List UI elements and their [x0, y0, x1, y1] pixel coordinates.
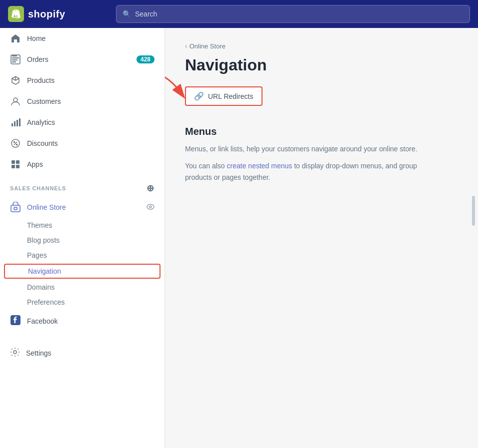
link-icon: 🔗: [194, 91, 204, 101]
svg-rect-2: [12, 59, 18, 60]
svg-point-8: [14, 98, 18, 102]
search-placeholder: Search: [135, 10, 157, 18]
eye-icon[interactable]: [146, 203, 154, 212]
svg-rect-11: [16, 120, 18, 126]
svg-point-25: [14, 351, 16, 354]
sidebar: Home Orders 428 Products Customers: [0, 28, 165, 448]
sidebar-sub-item-pages[interactable]: Pages: [0, 248, 164, 263]
sales-channels-label: SALES CHANNELS ⊕: [0, 175, 164, 197]
logo-area: shopify: [8, 6, 108, 22]
svg-point-23: [150, 206, 152, 208]
nested-menus-link[interactable]: create nested menus: [227, 162, 292, 170]
svg-rect-10: [14, 121, 16, 126]
shopify-logo-icon: [8, 6, 24, 22]
apps-icon: [10, 159, 21, 170]
svg-rect-19: [16, 165, 20, 168]
sidebar-analytics-label: Analytics: [27, 118, 55, 126]
sidebar-item-analytics[interactable]: Analytics: [0, 112, 164, 133]
logo-text: shopify: [28, 8, 66, 20]
svg-point-22: [147, 204, 154, 209]
svg-rect-18: [12, 165, 15, 168]
discounts-icon: [10, 138, 21, 149]
search-bar[interactable]: 🔍 Search: [116, 5, 470, 23]
menus-section: Menus Menus, or link lists, help your cu…: [185, 126, 458, 183]
url-redirects-container: 🔗 URL Redirects: [185, 86, 262, 122]
home-icon: [10, 33, 21, 44]
facebook-icon: [10, 315, 21, 327]
sidebar-item-orders[interactable]: Orders 428: [0, 49, 164, 70]
main-layout: Home Orders 428 Products Customers: [0, 28, 478, 448]
sidebar-item-customers[interactable]: Customers: [0, 91, 164, 112]
sidebar-item-facebook[interactable]: Facebook: [0, 310, 164, 332]
menus-description-1: Menus, or link lists, help your customer…: [185, 143, 435, 154]
sidebar-item-apps[interactable]: Apps: [0, 154, 164, 175]
url-redirects-button[interactable]: 🔗 URL Redirects: [185, 86, 262, 106]
products-icon: [10, 75, 21, 86]
breadcrumb: ‹ Online Store: [185, 42, 458, 50]
main-content: ‹ Online Store Navigation 🔗 URL Redirect…: [165, 28, 478, 448]
settings-label: Settings: [26, 349, 52, 357]
svg-point-15: [16, 144, 18, 145]
sidebar-sub-item-blog-posts[interactable]: Blog posts: [0, 233, 164, 248]
svg-rect-12: [19, 118, 20, 126]
orders-icon: [10, 54, 21, 65]
menus-description-2: You can also create nested menus to disp…: [185, 160, 435, 183]
sidebar-sub-item-navigation[interactable]: Navigation: [4, 264, 160, 279]
svg-rect-17: [16, 160, 20, 164]
analytics-icon: [10, 117, 21, 128]
add-sales-channel-icon[interactable]: ⊕: [146, 183, 154, 194]
chevron-left-icon: ‹: [185, 42, 188, 50]
sidebar-discounts-label: Discounts: [27, 139, 58, 147]
svg-line-7: [16, 78, 19, 80]
settings-icon: [10, 347, 20, 359]
customers-icon: [10, 96, 21, 107]
svg-rect-9: [12, 123, 13, 126]
sidebar-sub-item-domains[interactable]: Domains: [0, 280, 164, 295]
online-store-icon: [10, 202, 21, 213]
sidebar-item-products[interactable]: Products: [0, 70, 164, 91]
svg-rect-20: [11, 205, 20, 212]
sidebar-item-settings[interactable]: Settings: [0, 342, 164, 364]
sidebar-item-discounts[interactable]: Discounts: [0, 133, 164, 154]
online-store-label: Online Store: [27, 203, 66, 211]
sidebar-sub-item-preferences[interactable]: Preferences: [0, 295, 164, 310]
svg-rect-0: [12, 55, 17, 56]
page-title: Navigation: [185, 56, 458, 74]
svg-rect-16: [12, 160, 15, 164]
sidebar-sub-item-themes[interactable]: Themes: [0, 218, 164, 233]
scrollbar: [472, 196, 475, 226]
url-redirects-label: URL Redirects: [208, 92, 254, 100]
sidebar-orders-label: Orders: [27, 55, 48, 63]
menus-title: Menus: [185, 126, 458, 137]
facebook-label: Facebook: [27, 317, 58, 325]
sidebar-item-home[interactable]: Home: [0, 28, 164, 49]
svg-rect-21: [14, 207, 17, 210]
sidebar-apps-label: Apps: [27, 160, 43, 168]
svg-line-6: [12, 78, 16, 80]
svg-rect-1: [12, 57, 19, 58]
sidebar-home-label: Home: [27, 34, 46, 42]
search-icon: 🔍: [122, 10, 131, 18]
topbar: shopify 🔍 Search: [0, 0, 478, 28]
svg-rect-3: [12, 61, 16, 62]
sidebar-products-label: Products: [27, 76, 54, 84]
svg-point-14: [14, 142, 15, 143]
orders-badge: 428: [136, 55, 154, 63]
breadcrumb-link[interactable]: Online Store: [190, 42, 226, 50]
sidebar-item-online-store[interactable]: Online Store: [0, 197, 164, 218]
sidebar-customers-label: Customers: [27, 97, 61, 105]
